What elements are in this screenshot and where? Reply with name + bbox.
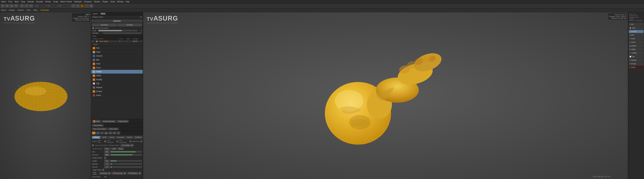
- frp-brush-repeat[interactable]: ↻ Repeat: [628, 58, 644, 62]
- frp-brush-inflate[interactable]: ⊕ Inflate: [628, 48, 644, 51]
- bottom-icon-3[interactable]: ⬛: [100, 132, 104, 134]
- reset-btn[interactable]: Reset: [117, 148, 124, 150]
- bottom-icon-7[interactable]: ✕: [117, 132, 120, 134]
- brush-amplify[interactable]: ↑↑ Amplify: [91, 78, 143, 82]
- bake-sculpt-btn[interactable]: Bake Sculpt Objects: [92, 128, 107, 130]
- bottom-icon-1[interactable]: ⊕: [92, 132, 96, 134]
- menu-help[interactable]: Help: [126, 1, 129, 3]
- menu-sculpt[interactable]: Sculpt: [53, 1, 58, 3]
- bottom-icon-4[interactable]: ▬: [104, 132, 108, 134]
- stab-stamp[interactable]: Stamp: [108, 136, 116, 139]
- bone-object-row[interactable]: 👁 🔒 Bone Object 4 -- 100 %: [91, 40, 143, 43]
- menu-window[interactable]: Window: [117, 1, 124, 3]
- right-viewport-3d[interactable]: TV A SURG TORONTO VIRTUAL ART OF SURGERY: [143, 12, 628, 179]
- edge-detect-cb[interactable]: [102, 169, 104, 171]
- axis-y-btn[interactable]: Y: [24, 4, 28, 8]
- brush-blur[interactable]: ◎ Blur: [91, 58, 143, 62]
- percent-input[interactable]: [104, 166, 110, 168]
- mode-select-btn[interactable]: S: [1, 4, 5, 8]
- fill-symmetry-select[interactable]: Fill Symmetry: [112, 172, 126, 175]
- menu-render[interactable]: Render: [45, 1, 51, 3]
- axis-z-btn[interactable]: Z: [29, 4, 33, 8]
- frp-brush-blur[interactable]: ◎ Blur: [628, 34, 644, 37]
- brush-smooth[interactable]: ~ Smooth: [91, 54, 143, 58]
- subtoolbar-select[interactable]: Select: [1, 9, 6, 11]
- undo-btn[interactable]: ↩: [72, 4, 75, 8]
- mp-tab-tools[interactable]: Tools: [100, 13, 106, 15]
- menu-mesh[interactable]: Mesh: [14, 1, 19, 3]
- brush-pull[interactable]: ↑ Pull: [91, 46, 143, 50]
- pressure-slider[interactable]: [110, 154, 142, 156]
- menu-mograph[interactable]: MoGraph: [74, 1, 82, 3]
- axis-x-btn[interactable]: X: [20, 4, 24, 8]
- frp-brush-flatten[interactable]: ▬ Flatten: [628, 44, 644, 48]
- frp-brush-knife[interactable]: ✂ Knife: [628, 37, 644, 40]
- collapse-icon-left[interactable]: ⊖: [88, 13, 90, 15]
- pressure-input[interactable]: [104, 154, 110, 156]
- frp-brush-pinch[interactable]: ⋀ Pinch: [628, 41, 644, 44]
- brush-scrape[interactable]: ≡ Scrape: [91, 90, 143, 94]
- frp-brush-scrape[interactable]: ≡ Scrape: [628, 62, 644, 65]
- fill-backface-select[interactable]: Fill Backface: [127, 172, 141, 175]
- steady-stroke-cb[interactable]: [104, 157, 106, 159]
- backface-cb[interactable]: [140, 140, 142, 142]
- stab-settings[interactable]: Settings: [92, 136, 100, 139]
- mask-btn[interactable]: Mask: [92, 120, 101, 123]
- z-pos-input[interactable]: [60, 4, 70, 7]
- brush-knife[interactable]: ✂ Knife: [91, 62, 143, 66]
- link-size-cb[interactable]: [104, 140, 106, 142]
- menu-plugins[interactable]: Plugins: [102, 1, 108, 3]
- brush-clip[interactable]: ⬜ Clip: [91, 82, 143, 86]
- frp-brush-pull[interactable]: ↑ Pull: [628, 23, 644, 26]
- include-top-levels-checkbox[interactable]: [92, 27, 94, 29]
- brush-flatten[interactable]: ▬ Flatten: [91, 70, 143, 74]
- spacing-input[interactable]: [104, 163, 110, 165]
- show-masked-btn[interactable]: Show Masked: [92, 124, 104, 127]
- mode-scale-btn[interactable]: Sc: [10, 4, 14, 8]
- menu-script[interactable]: Script: [110, 1, 115, 3]
- link-pressure-cb[interactable]: [117, 140, 118, 142]
- frp-brush-smooth[interactable]: ~ Smooth: [628, 30, 644, 33]
- link-sym-cb[interactable]: [130, 140, 131, 142]
- render-btn[interactable]: ▶: [80, 4, 84, 8]
- subtoolbar-prorender[interactable]: ProRender: [40, 9, 49, 11]
- x-pos-input[interactable]: [36, 4, 46, 7]
- brush-erase[interactable]: ✕ Erase: [91, 94, 143, 98]
- size-input[interactable]: [104, 150, 110, 153]
- subtoolbar-filter[interactable]: Filter: [27, 9, 30, 11]
- stab-summary[interactable]: Summary: [116, 136, 126, 139]
- stab-modifiers[interactable]: Modifiers: [134, 136, 143, 139]
- mode-move-btn[interactable]: M: [5, 4, 9, 8]
- brush-pinch[interactable]: ⋀ Pinch: [91, 66, 143, 70]
- project-mesh-btn2[interactable]: Project Mesh: [108, 128, 119, 130]
- mp-tab-layers[interactable]: Layers: [92, 13, 99, 15]
- subtoolbar-bake[interactable]: Bake: [34, 9, 38, 11]
- bottom-icon-5[interactable]: ↻: [108, 132, 112, 134]
- percent-slider[interactable]: [110, 166, 142, 168]
- menu-snap[interactable]: Snap: [21, 1, 25, 3]
- frp-brush-amplify[interactable]: ↑↑ Amplify: [628, 51, 644, 54]
- subtoolbar-options[interactable]: Options: [18, 9, 24, 11]
- menu-animate[interactable]: Animate: [27, 1, 34, 3]
- bottom-icon-2[interactable]: ◎: [96, 132, 100, 134]
- bottom-icon-6[interactable]: ⚙: [112, 132, 116, 134]
- frp-brush-grab[interactable]: ✋ Grab: [628, 26, 644, 30]
- strength-slider[interactable]: [103, 32, 142, 34]
- menu-select[interactable]: Select: [1, 1, 6, 3]
- brush-repeat[interactable]: ↻ Repeat: [91, 86, 143, 90]
- mode-rotate-btn[interactable]: R: [14, 4, 18, 8]
- decrease-btn[interactable]: Decrease: [92, 24, 117, 26]
- load-btn[interactable]: Load: [111, 148, 117, 150]
- size-slider[interactable]: [110, 151, 142, 152]
- subtoolbar-display[interactable]: Display: [9, 9, 15, 11]
- project-mesh-btn[interactable]: Project Mesh: [117, 120, 129, 123]
- brush-grab[interactable]: ✋ Grab: [91, 50, 143, 54]
- y-pos-input[interactable]: [48, 4, 58, 7]
- frp-brush-clip[interactable]: ⬜ Clip: [628, 55, 644, 58]
- settings-btn[interactable]: ⚙: [89, 4, 93, 8]
- menu-tools[interactable]: Tools: [8, 1, 12, 3]
- sculpt-summary-btn[interactable]: Sculpt Summary: [102, 120, 116, 123]
- keep-visual-cb[interactable]: [92, 144, 94, 146]
- subdivide-btn[interactable]: Subdivide: [91, 19, 143, 23]
- save-btn[interactable]: Save: [104, 148, 110, 150]
